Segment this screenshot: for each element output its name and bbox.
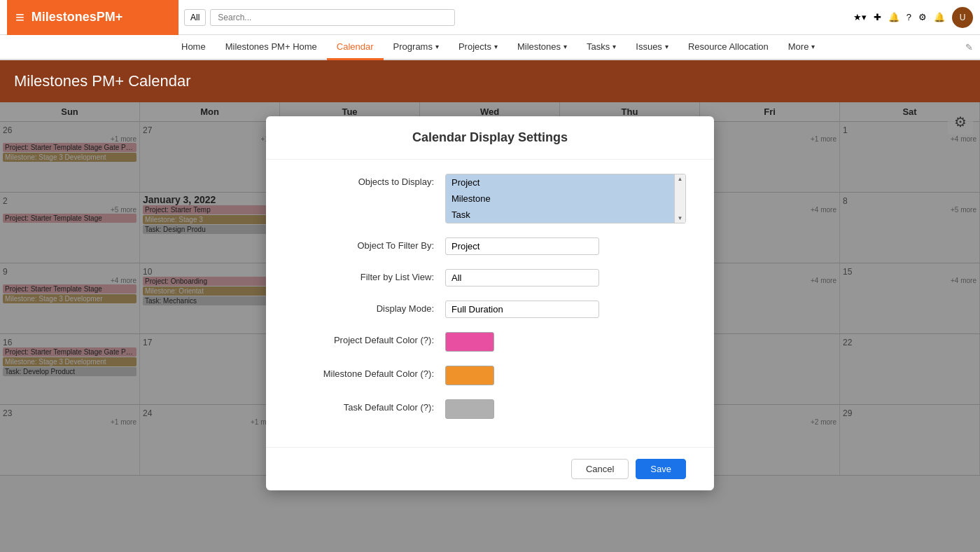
nav-resource-allocation[interactable]: Resource Allocation (678, 35, 778, 60)
notification-icon[interactable]: 🔔 (888, 12, 899, 22)
project-color-label: Project Default Color (?): (294, 332, 434, 345)
top-nav: ≡ MilestonesPM+ All ★▾ ✚ 🔔 ? ⚙ 🔔 U (0, 0, 980, 35)
listbox-item-project[interactable]: Project (446, 174, 674, 191)
list-view-control (445, 269, 686, 287)
list-view-input[interactable] (445, 269, 599, 287)
display-mode-input[interactable] (445, 301, 599, 318)
nav-icons: ★▾ ✚ 🔔 ? ⚙ 🔔 U (853, 7, 973, 28)
logo-icon: ≡ (15, 8, 24, 27)
filter-label: Object To Filter By: (294, 237, 434, 251)
scroll-up-arrow[interactable]: ▲ (678, 176, 683, 182)
milestone-color-control (445, 366, 686, 385)
nav-projects[interactable]: Projects ▾ (449, 35, 507, 60)
display-mode-label: Display Mode: (294, 301, 434, 314)
list-view-row: Filter by List View: (294, 269, 686, 287)
logo-text: MilestonesPM+ (31, 10, 123, 25)
nav-issues[interactable]: Issues ▾ (626, 35, 678, 60)
edit-icon[interactable]: ✎ (965, 42, 980, 53)
nav-calendar[interactable]: Calendar (327, 35, 384, 60)
filter-input[interactable] (445, 237, 599, 255)
objects-label: Objects to Display: (294, 174, 434, 187)
logo-area: ≡ MilestonesPM+ (7, 0, 178, 35)
avatar[interactable]: U (952, 7, 973, 28)
project-color-swatch[interactable] (445, 332, 494, 352)
page-header: Milestones PM+ Calendar (0, 60, 980, 102)
display-mode-control (445, 301, 686, 318)
star-icon[interactable]: ★▾ (853, 12, 867, 22)
listbox-inner: Project Milestone Task (446, 174, 674, 223)
list-view-label: Filter by List View: (294, 269, 434, 282)
modal-overlay: Calendar Display Settings Objects to Dis… (0, 102, 980, 552)
nav-more[interactable]: More ▾ (778, 35, 825, 60)
filter-by-row: Object To Filter By: (294, 237, 686, 255)
modal-footer: Cancel Save (266, 447, 714, 490)
nav-milestones-home[interactable]: Milestones PM+ Home (216, 35, 327, 60)
search-filter-button[interactable]: All (184, 9, 206, 26)
task-color-label: Task Default Color (?): (294, 399, 434, 413)
filter-control (445, 237, 686, 255)
listbox-scrollbar-track: ▲ ▼ (674, 174, 685, 223)
search-input[interactable] (210, 9, 455, 26)
project-color-control (445, 332, 686, 352)
project-color-row: Project Default Color (?): (294, 332, 686, 352)
page-title: Milestones PM+ Calendar (14, 72, 191, 90)
nav-home[interactable]: Home (172, 35, 216, 60)
listbox-item-task[interactable]: Task (446, 207, 674, 223)
cancel-button[interactable]: Cancel (571, 459, 629, 479)
listbox-item-milestone[interactable]: Milestone (446, 191, 674, 207)
settings-modal: Calendar Display Settings Objects to Dis… (266, 116, 714, 490)
scroll-down-arrow[interactable]: ▼ (678, 215, 683, 221)
objects-listbox: Project Milestone Task ▲ ▼ (445, 174, 686, 223)
task-color-swatch[interactable] (445, 399, 494, 419)
nav-programs[interactable]: Programs ▾ (384, 35, 449, 60)
milestone-color-label: Milestone Default Color (?): (294, 366, 434, 379)
add-icon[interactable]: ✚ (874, 12, 881, 22)
help-icon[interactable]: ? (906, 12, 911, 22)
bell-icon[interactable]: 🔔 (934, 12, 945, 22)
calendar-area: ⚙ Sun Mon Tue Wed Thu Fri Sat 26 +1 more… (0, 102, 980, 552)
objects-display-row: Objects to Display: Project Milestone Ta… (294, 174, 686, 223)
save-button[interactable]: Save (636, 459, 686, 479)
modal-title: Calendar Display Settings (266, 116, 714, 160)
task-color-control (445, 399, 686, 419)
milestone-color-row: Milestone Default Color (?): (294, 366, 686, 385)
search-area: All (184, 9, 848, 26)
task-color-row: Task Default Color (?): (294, 399, 686, 419)
secondary-nav: Home Milestones PM+ Home Calendar Progra… (0, 35, 980, 60)
display-mode-row: Display Mode: (294, 301, 686, 318)
nav-tasks[interactable]: Tasks ▾ (577, 35, 626, 60)
modal-body: Objects to Display: Project Milestone Ta… (266, 160, 714, 447)
nav-milestones[interactable]: Milestones ▾ (507, 35, 577, 60)
objects-control: Project Milestone Task ▲ ▼ (445, 174, 686, 223)
milestone-color-swatch[interactable] (445, 366, 494, 385)
settings-icon[interactable]: ⚙ (918, 12, 927, 22)
